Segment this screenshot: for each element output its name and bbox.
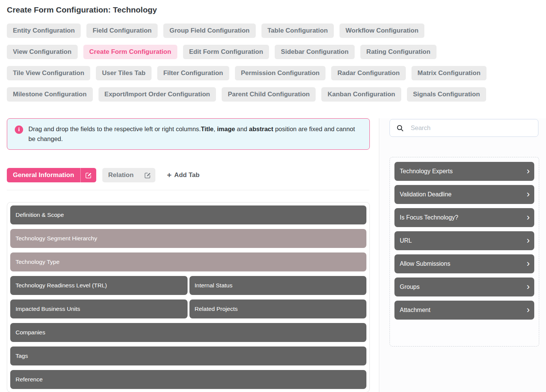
field-row: Companies xyxy=(10,323,366,342)
field-label: Validation Deadline xyxy=(400,191,452,198)
config-tab-radar[interactable]: Radar Configuration xyxy=(331,66,405,80)
form-layout-column: i Drag and drop the fields to the respec… xyxy=(0,118,379,392)
field-technology-experts[interactable]: Technology Experts › xyxy=(394,162,534,181)
field-tags[interactable]: Tags xyxy=(10,347,366,365)
config-tab-filter[interactable]: Filter Configuration xyxy=(157,66,229,80)
config-tab-sidebar[interactable]: Sidebar Configuration xyxy=(275,45,355,59)
field-allow-submissions[interactable]: Allow Submissions › xyxy=(394,254,534,273)
chevron-right-icon: › xyxy=(527,259,530,268)
config-tab-parent-child[interactable]: Parent Child Configuration xyxy=(222,87,316,102)
add-tab-label: Add Tab xyxy=(174,171,200,179)
field-definition-scope[interactable]: Definition & Scope xyxy=(10,205,366,224)
tabs-divider xyxy=(7,190,369,190)
field-label: Allow Submissions xyxy=(400,260,450,267)
config-tab-user-tiles[interactable]: User Tiles Tab xyxy=(96,66,152,80)
chevron-right-icon: › xyxy=(527,166,530,176)
config-tab-row-1: Entity Configuration Field Configuration… xyxy=(7,24,539,38)
field-label: Groups xyxy=(400,284,419,290)
tab-general-information-label: General Information xyxy=(7,168,80,182)
config-tab-group-field[interactable]: Group Field Configuration xyxy=(163,24,256,38)
search-icon xyxy=(396,124,404,132)
field-reference[interactable]: Reference xyxy=(10,370,366,389)
field-row: Technology Segment Hierarchy xyxy=(10,229,366,248)
config-tab-view[interactable]: View Configuration xyxy=(7,45,78,59)
field-trl[interactable]: Technology Readiness Level (TRL) xyxy=(10,276,188,295)
available-fields-column: Technology Experts › Validation Deadline… xyxy=(379,118,546,392)
field-validation-deadline[interactable]: Validation Deadline › xyxy=(394,185,534,204)
config-tab-field[interactable]: Field Configuration xyxy=(86,24,158,38)
edit-icon[interactable] xyxy=(140,168,155,182)
edit-icon[interactable] xyxy=(80,168,96,182)
field-row: Tags xyxy=(10,347,366,365)
field-companies[interactable]: Companies xyxy=(10,323,366,342)
available-fields-panel: Technology Experts › Validation Deadline… xyxy=(390,157,539,347)
tab-relation[interactable]: Relation xyxy=(102,168,155,182)
field-is-focus-technology[interactable]: Is Focus Technology? › xyxy=(394,208,534,227)
config-tab-row-4: Milestone Configuration Export/Import Or… xyxy=(7,87,539,102)
field-row: Technology Type xyxy=(10,252,366,271)
config-tab-permission[interactable]: Permission Configuration xyxy=(235,66,326,80)
config-tab-export-import-order[interactable]: Export/Import Order Configuration xyxy=(99,87,216,102)
field-label: Attachment xyxy=(400,307,430,314)
chevron-right-icon: › xyxy=(527,282,530,291)
field-related-projects[interactable]: Related Projects xyxy=(189,299,367,318)
field-technology-type[interactable]: Technology Type xyxy=(10,252,366,271)
field-row: Impacted Business Units Related Projects xyxy=(10,299,366,318)
config-tab-matrix[interactable]: Matrix Configuration xyxy=(411,66,487,80)
config-tab-signals[interactable]: Signals Configuration xyxy=(407,87,486,102)
form-fields-card: Definition & Scope Technology Segment Hi… xyxy=(7,202,370,392)
config-tab-edit-form[interactable]: Edit Form Configuration xyxy=(183,45,269,59)
content-area: i Drag and drop the fields to the respec… xyxy=(0,118,546,392)
config-tab-row-3: Tile View Configuration User Tiles Tab F… xyxy=(7,66,539,80)
info-alert: i Drag and drop the fields to the respec… xyxy=(7,118,370,150)
chevron-right-icon: › xyxy=(527,213,530,222)
add-tab-button[interactable]: + Add Tab xyxy=(165,171,202,179)
field-label: Is Focus Technology? xyxy=(400,214,458,221)
field-url[interactable]: URL › xyxy=(394,231,534,250)
field-groups[interactable]: Groups › xyxy=(394,278,534,296)
config-tab-kanban[interactable]: Kanban Configuration xyxy=(321,87,401,102)
field-attachment[interactable]: Attachment › xyxy=(394,301,534,320)
field-label: Technology Experts xyxy=(400,168,453,175)
chevron-right-icon: › xyxy=(527,305,530,314)
field-technology-segment-hierarchy[interactable]: Technology Segment Hierarchy xyxy=(10,229,366,248)
field-row: Technology Readiness Level (TRL) Interna… xyxy=(10,276,366,295)
tab-general-information[interactable]: General Information xyxy=(7,168,96,182)
chevron-right-icon: › xyxy=(527,190,530,199)
config-tab-tile-view[interactable]: Tile View Configuration xyxy=(7,66,90,80)
info-icon: i xyxy=(15,125,23,134)
field-label: URL xyxy=(400,237,412,244)
field-internal-status[interactable]: Internal Status xyxy=(189,276,367,295)
plus-icon: + xyxy=(167,171,172,179)
config-tab-row-2: View Configuration Create Form Configura… xyxy=(7,45,539,59)
field-impacted-business-units[interactable]: Impacted Business Units xyxy=(10,299,188,318)
search-input[interactable] xyxy=(410,124,532,132)
search-box xyxy=(390,119,538,137)
form-tab-bar: General Information Relation xyxy=(7,168,370,182)
config-tab-milestone[interactable]: Milestone Configuration xyxy=(7,87,93,102)
page-header: Create Form Configuration: Technology En… xyxy=(0,0,546,102)
config-tab-entity[interactable]: Entity Configuration xyxy=(7,24,81,38)
field-row: Definition & Scope xyxy=(10,205,366,224)
tab-relation-label: Relation xyxy=(102,168,140,182)
field-row: Reference xyxy=(10,370,366,389)
config-tab-rating[interactable]: Rating Configuration xyxy=(360,45,436,59)
config-tab-workflow[interactable]: Workflow Configuration xyxy=(339,24,424,38)
config-tab-create-form[interactable]: Create Form Configuration xyxy=(83,45,177,59)
page-title: Create Form Configuration: Technology xyxy=(7,5,539,14)
config-tab-table[interactable]: Table Configuration xyxy=(261,24,334,38)
config-tab-bar: Entity Configuration Field Configuration… xyxy=(7,24,539,102)
info-alert-text: Drag and drop the fields to the respecti… xyxy=(28,124,362,144)
chevron-right-icon: › xyxy=(527,236,530,245)
